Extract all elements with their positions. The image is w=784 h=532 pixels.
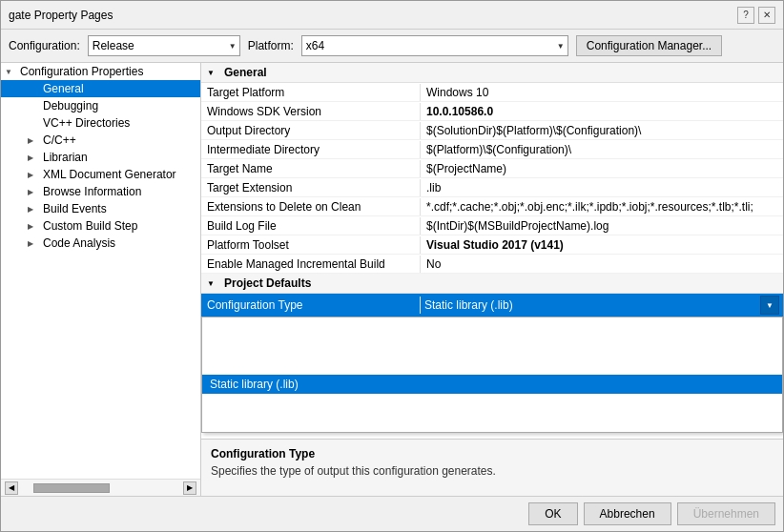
dropdown-option-inherit[interactable]: <inherit from parent or project defaults…: [202, 413, 782, 432]
config-type-arrow-icon[interactable]: ▼: [760, 296, 779, 315]
prop-value-extensions: *.cdf;*.cache;*.obj;*.obj.enc;*.ilk;*.ip…: [421, 198, 783, 215]
description-text: Specifies the type of output this config…: [211, 464, 774, 478]
prop-name-build-log: Build Log File: [201, 217, 421, 235]
tree-xml-label: XML Document Generator: [43, 168, 176, 181]
cancel-button[interactable]: Abbrechen: [584, 502, 671, 525]
right-panel: General Target Platform Windows 10 Windo…: [201, 63, 783, 496]
tree-root-label: Configuration Properties: [20, 65, 143, 78]
left-panel: Configuration Properties General Debuggi…: [1, 63, 201, 496]
prop-name-incremental-build: Enable Managed Incremental Build: [201, 256, 421, 273]
prop-value-platform-toolset: Visual Studio 2017 (v141): [421, 236, 783, 254]
project-defaults-title: Project Defaults: [224, 276, 311, 290]
config-select[interactable]: Release: [88, 35, 240, 56]
config-label: Configuration:: [9, 39, 80, 52]
tree-custombuild-expand-icon: [28, 222, 43, 231]
tree-item-codeanalysis[interactable]: Code Analysis: [1, 235, 200, 252]
title-bar-controls: ? ✕: [737, 7, 775, 24]
window-title: gate Property Pages: [9, 9, 113, 22]
prop-row-build-log: Build Log File $(IntDir)$(MSBuildProject…: [201, 216, 783, 235]
tree-custombuild-label: Custom Build Step: [43, 219, 137, 233]
prop-value-output-dir: $(SolutionDir)$(Platform)\$(Configuratio…: [421, 122, 783, 139]
prop-row-config-type[interactable]: Configuration Type Static library (.lib)…: [201, 294, 783, 317]
general-section-header[interactable]: General: [201, 63, 783, 83]
prop-row-sdk-version: Windows SDK Version 10.0.10586.0: [201, 102, 783, 121]
config-bar: Configuration: Release ▼ Platform: x64 ▼…: [1, 30, 783, 63]
prop-name-intermediate-dir: Intermediate Directory: [201, 141, 421, 158]
config-manager-button[interactable]: Configuration Manager...: [576, 35, 722, 56]
tree-buildevents-expand-icon: [28, 205, 43, 214]
prop-value-intermediate-dir: $(Platform)\$(Configuration)\: [421, 141, 783, 158]
prop-value-sdk-version: 10.0.10586.0: [421, 103, 783, 120]
tree-browse-label: Browse Information: [43, 185, 141, 198]
left-scrollbar[interactable]: ◀ ▶: [1, 479, 200, 496]
tree-debugging-label: Debugging: [43, 99, 98, 113]
tree-cpp-label: C/C++: [43, 133, 76, 147]
tree-item-browse[interactable]: Browse Information: [1, 183, 200, 200]
help-button[interactable]: ?: [737, 7, 754, 24]
prop-row-platform-toolset: Platform Toolset Visual Studio 2017 (v14…: [201, 235, 783, 255]
prop-name-output-dir: Output Directory: [201, 122, 421, 139]
tree-item-cpp[interactable]: C/C++: [1, 132, 200, 149]
dropdown-option-application[interactable]: Application (.exe): [202, 337, 782, 356]
tree-item-general[interactable]: General: [1, 80, 200, 97]
general-section-expand-icon: [207, 69, 220, 77]
tree-vcdirs-label: VC++ Directories: [43, 116, 130, 130]
prop-name-target-ext: Target Extension: [201, 179, 421, 196]
dropdown-option-static[interactable]: Static library (.lib): [202, 375, 782, 394]
prop-name-platform-toolset: Platform Toolset: [201, 236, 421, 254]
dropdown-option-makefile[interactable]: Makefile: [202, 317, 782, 337]
tree-buildevents-label: Build Events: [43, 202, 107, 215]
dropdown-option-dynamic[interactable]: Dynamic Library (.dll): [202, 356, 782, 375]
prop-row-extensions: Extensions to Delete on Clean *.cdf;*.ca…: [201, 197, 783, 216]
tree-codeanalysis-expand-icon: [28, 239, 43, 248]
general-section-title: General: [224, 66, 267, 79]
properties-area: General Target Platform Windows 10 Windo…: [201, 63, 783, 439]
tree-general-label: General: [43, 82, 84, 95]
project-defaults-section-header[interactable]: Project Defaults: [201, 274, 783, 294]
prop-row-target-ext: Target Extension .lib: [201, 178, 783, 197]
config-select-wrapper: Release ▼: [88, 35, 240, 56]
prop-value-incremental-build: No: [421, 256, 783, 273]
tree-codeanalysis-label: Code Analysis: [43, 236, 115, 250]
prop-name-target-platform: Target Platform: [201, 84, 421, 101]
tree-root-item[interactable]: Configuration Properties: [1, 63, 200, 80]
prop-name-target-name: Target Name: [201, 160, 421, 177]
prop-value-target-platform: Windows 10: [421, 84, 783, 101]
bottom-bar: OK Abbrechen Übernehmen: [1, 496, 783, 531]
scroll-left-arrow[interactable]: ◀: [5, 481, 18, 495]
scroll-right-arrow[interactable]: ▶: [183, 481, 196, 495]
tree-item-xml[interactable]: XML Document Generator: [1, 166, 200, 183]
description-area: Configuration Type Specifies the type of…: [201, 439, 783, 496]
prop-row-intermediate-dir: Intermediate Directory $(Platform)\$(Con…: [201, 140, 783, 159]
prop-name-sdk-version: Windows SDK Version: [201, 103, 421, 120]
tree-browse-expand-icon: [28, 188, 43, 196]
main-window: gate Property Pages ? ✕ Configuration: R…: [0, 0, 784, 532]
close-button[interactable]: ✕: [758, 7, 775, 24]
dropdown-option-utility[interactable]: Utility: [202, 394, 782, 413]
prop-name-extensions: Extensions to Delete on Clean: [201, 198, 421, 215]
tree-root-expand-icon: [5, 68, 20, 76]
tree-item-custombuild[interactable]: Custom Build Step: [1, 217, 200, 235]
prop-value-build-log: $(IntDir)$(MSBuildProjectName).log: [421, 217, 783, 235]
prop-row-incremental-build: Enable Managed Incremental Build No: [201, 255, 783, 274]
title-bar: gate Property Pages ? ✕: [1, 1, 783, 30]
platform-select[interactable]: x64: [301, 35, 568, 56]
tree-xml-expand-icon: [28, 171, 43, 179]
prop-value-target-name: $(ProjectName): [421, 160, 783, 177]
platform-select-wrapper: x64 ▼: [301, 35, 568, 56]
tree-librarian-expand-icon: [28, 153, 43, 162]
tree-item-buildevents[interactable]: Build Events: [1, 200, 200, 217]
prop-row-target-name: Target Name $(ProjectName): [201, 159, 783, 178]
platform-label: Platform:: [248, 39, 294, 52]
tree-item-debugging[interactable]: Debugging: [1, 97, 200, 114]
scroll-thumb[interactable]: [33, 483, 110, 493]
tree-item-vcdirs[interactable]: VC++ Directories: [1, 114, 200, 132]
description-title: Configuration Type: [211, 447, 774, 460]
main-area: Configuration Properties General Debuggi…: [1, 63, 783, 496]
config-type-dropdown-wrapper[interactable]: Static library (.lib) ▼ Makefile Applica…: [421, 294, 783, 317]
ok-button[interactable]: OK: [528, 502, 577, 525]
tree-cpp-expand-icon: [28, 136, 43, 145]
tree-item-librarian[interactable]: Librarian: [1, 149, 200, 166]
tree-librarian-label: Librarian: [43, 151, 88, 164]
apply-button[interactable]: Übernehmen: [677, 502, 775, 525]
